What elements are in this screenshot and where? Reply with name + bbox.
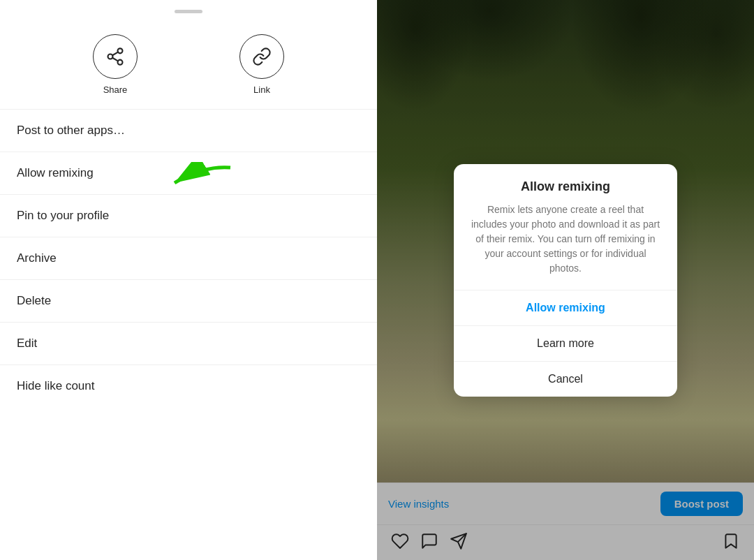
link-button[interactable]: Link bbox=[239, 34, 284, 95]
link-icon-circle bbox=[239, 34, 284, 79]
link-label: Link bbox=[253, 84, 270, 95]
right-panel: Allow remixing Remix lets anyone create … bbox=[377, 0, 754, 560]
svg-line-4 bbox=[112, 52, 118, 56]
left-panel: Share Link Post to other apps… Allow rem… bbox=[0, 0, 377, 560]
icon-row: Share Link bbox=[0, 27, 377, 110]
menu-list: Post to other apps… Allow remixing Pin t… bbox=[0, 110, 377, 560]
dialog-overlay: Allow remixing Remix lets anyone create … bbox=[377, 0, 754, 560]
share-icon bbox=[105, 47, 125, 66]
menu-item-hide-like-count[interactable]: Hide like count bbox=[0, 365, 377, 407]
svg-line-3 bbox=[112, 58, 118, 61]
allow-remixing-button[interactable]: Allow remixing bbox=[454, 290, 677, 326]
cancel-button[interactable]: Cancel bbox=[454, 362, 677, 397]
menu-item-pin-to-profile[interactable]: Pin to your profile bbox=[0, 195, 377, 237]
menu-item-allow-remixing[interactable]: Allow remixing bbox=[0, 152, 377, 195]
share-button[interactable]: Share bbox=[93, 34, 138, 95]
link-icon bbox=[252, 47, 272, 66]
menu-item-delete[interactable]: Delete bbox=[0, 280, 377, 323]
drag-handle bbox=[175, 10, 202, 13]
share-icon-circle bbox=[93, 34, 138, 79]
dialog-title: Allow remixing bbox=[454, 164, 677, 202]
menu-item-edit[interactable]: Edit bbox=[0, 323, 377, 365]
allow-remixing-dialog: Allow remixing Remix lets anyone create … bbox=[454, 164, 677, 397]
menu-item-post-to-other-apps[interactable]: Post to other apps… bbox=[0, 110, 377, 152]
learn-more-button[interactable]: Learn more bbox=[454, 326, 677, 362]
share-label: Share bbox=[103, 84, 128, 95]
green-arrow-indicator bbox=[168, 162, 237, 197]
dialog-body: Remix lets anyone create a reel that inc… bbox=[454, 202, 677, 290]
menu-item-archive[interactable]: Archive bbox=[0, 237, 377, 280]
